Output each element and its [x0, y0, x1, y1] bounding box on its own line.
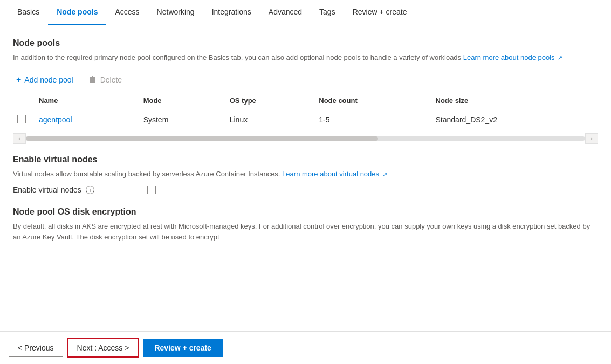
column-os-type: OS type — [223, 92, 313, 109]
external-link-icon-2: ↗ — [382, 171, 387, 177]
learn-more-virtual-nodes-link[interactable]: Learn more about virtual nodes ↗ — [282, 170, 387, 178]
enable-virtual-nodes-row: Enable virtual nodes i — [13, 186, 598, 194]
scroll-thumb — [26, 136, 378, 141]
node-pools-table: Name Mode OS type Node count Node size a… — [13, 92, 598, 131]
agentpool-link[interactable]: agentpool — [39, 115, 72, 124]
table-scrollbar: ‹ › — [13, 133, 598, 144]
info-icon[interactable]: i — [86, 186, 94, 194]
scroll-left-arrow[interactable]: ‹ — [13, 133, 26, 144]
row-os-type-cell: Linux — [223, 109, 313, 131]
top-nav: Basics Node pools Access Networking Inte… — [0, 0, 611, 25]
external-link-icon: ↗ — [558, 54, 562, 61]
add-node-pool-button[interactable]: + Add node pool — [13, 73, 77, 87]
scroll-right-arrow[interactable]: › — [585, 133, 598, 144]
delete-button[interactable]: 🗑 Delete — [85, 73, 125, 87]
section-description-node-pools: In addition to the required primary node… — [13, 52, 598, 63]
column-mode: Mode — [137, 92, 223, 109]
section-description-disk-encryption: By default, all disks in AKS are encrypt… — [13, 221, 598, 242]
next-access-button[interactable]: Next : Access > — [67, 338, 139, 358]
section-title-disk-encryption: Node pool OS disk encryption — [13, 207, 598, 217]
column-node-count: Node count — [312, 92, 429, 109]
tab-networking[interactable]: Networking — [148, 0, 203, 25]
section-title-virtual-nodes: Enable virtual nodes — [13, 155, 598, 164]
column-name: Name — [32, 92, 137, 109]
learn-more-node-pools-link[interactable]: Learn more about node pools ↗ — [463, 53, 562, 61]
tab-tags[interactable]: Tags — [311, 0, 344, 25]
tab-advanced[interactable]: Advanced — [260, 0, 311, 25]
tab-review-create[interactable]: Review + create — [344, 0, 416, 25]
enable-virtual-nodes-checkbox[interactable] — [147, 186, 156, 194]
node-pool-toolbar: + Add node pool 🗑 Delete — [13, 73, 598, 87]
column-node-size: Node size — [429, 92, 598, 109]
scroll-right-icon: › — [591, 135, 593, 142]
column-checkbox — [13, 92, 32, 109]
scroll-left-icon: ‹ — [18, 135, 20, 142]
tab-node-pools[interactable]: Node pools — [48, 0, 106, 25]
section-title-node-pools: Node pools — [13, 38, 598, 48]
row-name-cell: agentpool — [32, 109, 137, 131]
main-content: Node pools In addition to the required p… — [0, 25, 611, 331]
row-node-size-cell: Standard_DS2_v2 — [429, 109, 598, 131]
scroll-track[interactable] — [26, 136, 585, 141]
enable-virtual-nodes-label: Enable virtual nodes — [13, 186, 81, 194]
tab-integrations[interactable]: Integrations — [203, 0, 260, 25]
tab-access[interactable]: Access — [106, 0, 148, 25]
previous-button[interactable]: < Previous — [9, 339, 63, 357]
plus-icon: + — [16, 75, 21, 85]
footer: < Previous Next : Access > Review + crea… — [0, 331, 611, 364]
review-create-button[interactable]: Review + create — [143, 339, 222, 357]
row-checkbox[interactable] — [17, 115, 26, 123]
tab-basics[interactable]: Basics — [9, 0, 48, 25]
section-description-virtual-nodes: Virtual nodes allow burstable scaling ba… — [13, 169, 598, 180]
row-checkbox-cell — [13, 109, 32, 131]
row-mode-cell: System — [137, 109, 223, 131]
table-row: agentpool System Linux 1-5 Standard_DS2_… — [13, 109, 598, 131]
trash-icon: 🗑 — [88, 75, 97, 85]
row-node-count-cell: 1-5 — [312, 109, 429, 131]
